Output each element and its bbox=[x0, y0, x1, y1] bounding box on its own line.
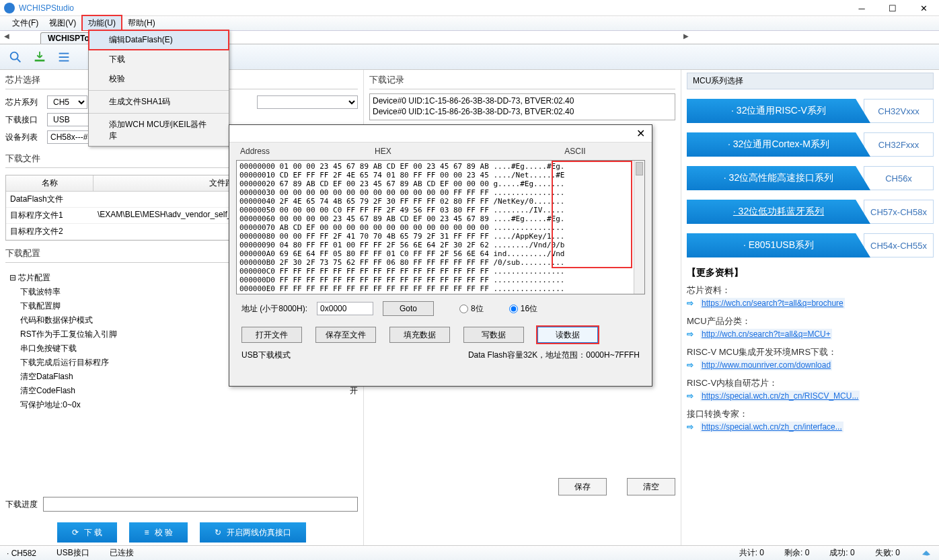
riscv-core-label: RISC-V内核自研芯片： bbox=[687, 377, 934, 389]
link-arrow-icon: ⇨ bbox=[687, 391, 693, 401]
riscv-core-link[interactable]: https://special.wch.cn/zh_cn/RISCV_MCU..… bbox=[700, 391, 860, 401]
status-iface: USB接口 bbox=[57, 547, 89, 559]
minimize-button[interactable]: ─ bbox=[846, 0, 877, 16]
flash-cap: Data Flash容量32K，地址范围：0000H~7FFFH bbox=[468, 350, 640, 361]
eraser-icon[interactable] bbox=[920, 549, 932, 558]
mrs-link[interactable]: http://www.mounriver.com/download bbox=[700, 360, 832, 370]
write-data-button[interactable]: 写数据 bbox=[463, 327, 524, 343]
link-arrow-icon: ⇨ bbox=[687, 360, 693, 370]
goto-button[interactable]: Goto bbox=[383, 301, 434, 316]
mcu-e8051[interactable]: · E8051USB系列CH54x-CH55x bbox=[687, 233, 934, 257]
menu-view[interactable]: 视图(V) bbox=[44, 16, 81, 30]
more-title: 【更多资料】 bbox=[687, 267, 934, 279]
svg-line-1 bbox=[17, 58, 21, 62]
status-conn: 已连接 bbox=[110, 547, 134, 559]
hex-view[interactable]: 00000000 01 00 00 23 45 67 89 AB CD EF 0… bbox=[236, 160, 645, 294]
mcu-hispeed[interactable]: · 32位高性能高速接口系列CH56x bbox=[687, 166, 934, 190]
svg-point-0 bbox=[11, 52, 18, 59]
twowire-button[interactable]: ↻开启两线仿真接口 bbox=[200, 522, 306, 543]
menu-gen-sha1[interactable]: 生成文件SHA1码 bbox=[89, 92, 229, 112]
read-data-button[interactable]: 读数据 bbox=[537, 327, 598, 343]
mcu-riscv[interactable]: · 32位通用RISC-V系列CH32Vxxx bbox=[687, 99, 934, 123]
iface-expert-label: 接口转换专家： bbox=[687, 408, 934, 420]
download-iface-label: 下载接口 bbox=[5, 114, 43, 126]
device-list-label: 设备列表 bbox=[5, 132, 43, 143]
window-title: WCHISPStudio bbox=[19, 3, 74, 13]
menu-item-download[interactable]: 下载 bbox=[89, 50, 229, 69]
download-button[interactable]: ⟳下 载 bbox=[57, 522, 117, 543]
app-logo-icon bbox=[4, 3, 15, 13]
cfg-wp[interactable]: 写保护地址:0~0x bbox=[5, 398, 358, 412]
addr-label: 地址 (小于8000H): bbox=[241, 303, 307, 315]
menu-file[interactable]: 文件(F) bbox=[7, 16, 44, 30]
status-ok: 成功: 0 bbox=[829, 547, 854, 559]
log-title: 下载记录 bbox=[369, 73, 675, 87]
chip-doc-link[interactable]: https://wch.cn/search?t=all&q=brochure bbox=[700, 298, 845, 309]
svg-rect-5 bbox=[59, 60, 69, 61]
mcu-series-title: MCU系列选择 bbox=[687, 73, 934, 89]
chip-series-label: 芯片系列 bbox=[5, 97, 43, 108]
svg-rect-4 bbox=[59, 56, 69, 58]
dialog-close-icon[interactable]: ✕ bbox=[636, 127, 645, 140]
tab-scroll-left-icon[interactable]: ◀ bbox=[4, 32, 9, 40]
close-button[interactable]: ✕ bbox=[908, 0, 939, 16]
status-fail: 失败: 0 bbox=[875, 547, 900, 559]
mrs-label: RISC-V MCU集成开发环境MRS下载： bbox=[687, 346, 934, 358]
link-arrow-icon: ⇨ bbox=[687, 329, 693, 339]
open-file-button[interactable]: 打开文件 bbox=[241, 327, 302, 343]
col-hex: HEX bbox=[375, 147, 509, 156]
svg-rect-3 bbox=[59, 52, 69, 54]
link-arrow-icon: ⇨ bbox=[687, 298, 693, 308]
radio-16bit[interactable]: 16位 bbox=[509, 303, 537, 315]
chip-model-select[interactable] bbox=[257, 95, 358, 109]
mcu-cat-label: MCU产品分类： bbox=[687, 315, 934, 327]
menu-help[interactable]: 帮助(H) bbox=[122, 16, 161, 30]
toolbar-search-icon[interactable] bbox=[4, 47, 27, 67]
svg-rect-2 bbox=[35, 59, 45, 61]
radio-8bit[interactable]: 8位 bbox=[459, 303, 484, 315]
col-ascii: ASCII bbox=[509, 147, 641, 156]
iface-expert-link[interactable]: https://special.wch.cn/zh_cn/interface..… bbox=[700, 422, 843, 432]
toolbar-list-icon[interactable] bbox=[52, 47, 75, 67]
progress-bar bbox=[43, 497, 358, 512]
function-menu-dropdown: 编辑DataFlash(E) 下载 校验 生成文件SHA1码 添加WCH MCU… bbox=[88, 30, 229, 147]
status-chip: · CH582 bbox=[7, 549, 36, 558]
col-name: 名称 bbox=[6, 175, 93, 191]
menu-edit-dataflash[interactable]: 编辑DataFlash(E) bbox=[88, 30, 229, 50]
maximize-button[interactable]: ☐ bbox=[877, 0, 908, 16]
fill-data-button[interactable]: 填充数据 bbox=[389, 327, 450, 343]
verify-button[interactable]: ≡校 验 bbox=[129, 522, 187, 543]
link-arrow-icon: ⇨ bbox=[687, 422, 693, 432]
save-file-button[interactable]: 保存至文件 bbox=[315, 327, 376, 343]
status-total: 共计: 0 bbox=[739, 547, 764, 559]
chip-series-select[interactable]: CH5 bbox=[47, 95, 87, 109]
col-address: Address bbox=[240, 147, 375, 156]
ascii-highlight bbox=[552, 161, 632, 268]
log-box: Device#0 UID:1C-15-86-26-3B-38-DD-73, BT… bbox=[369, 93, 675, 120]
menu-item-verify[interactable]: 校验 bbox=[89, 69, 229, 89]
mcu-cortexm[interactable]: · 32位通用Cortex-M系列CH32Fxxx bbox=[687, 132, 934, 157]
mcu-ble[interactable]: · 32位低功耗蓝牙系列CH57x-CH58x bbox=[687, 200, 934, 224]
hex-scrollbar[interactable] bbox=[634, 161, 644, 294]
clear-log-button[interactable]: 清空 bbox=[627, 478, 675, 495]
mcu-cat-link[interactable]: http://wch.cn/search?t=all&q=MCU+ bbox=[700, 329, 832, 339]
status-remain: 剩余: 0 bbox=[784, 547, 809, 559]
toolbar-download-icon[interactable] bbox=[28, 47, 51, 67]
progress-label: 下载进度 bbox=[5, 499, 38, 510]
dataflash-dialog: ✕ Address HEX ASCII 00000000 01 00 00 23… bbox=[229, 124, 652, 387]
addr-input[interactable] bbox=[317, 302, 373, 315]
menu-add-mcu[interactable]: 添加WCH MCU到KEIL器件库 bbox=[89, 115, 229, 146]
dl-mode: USB下载模式 bbox=[241, 350, 291, 361]
tab-scroll-right-icon[interactable]: ▶ bbox=[683, 32, 689, 40]
chip-doc-label: 芯片资料： bbox=[687, 284, 934, 296]
save-log-button[interactable]: 保存 bbox=[558, 478, 607, 495]
